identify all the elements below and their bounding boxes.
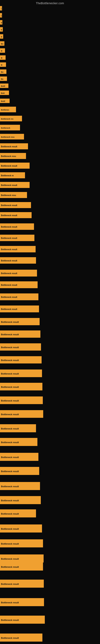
- bar-container: Bottleneck result: [0, 143, 28, 149]
- bar-label: Bottleneck result: [0, 343, 41, 350]
- bar-container: Bottleneck result: [0, 224, 34, 230]
- bar-container: Bottleneck result: [0, 453, 38, 461]
- bar-label: Bottleneck result: [0, 482, 40, 490]
- bar-label: Bottleneck resu: [0, 153, 26, 159]
- bar-container: Bo: [0, 76, 7, 81]
- bar-label: Bo: [0, 76, 7, 81]
- bar-label: B: [0, 62, 6, 67]
- bar-container: Bottleneck result: [0, 270, 37, 276]
- bar-label: Bottleneck result: [0, 330, 40, 338]
- bar-container: E: [0, 27, 3, 32]
- bar-label: Bottleneck re: [0, 172, 25, 178]
- bar-label: Bottleneck result: [0, 562, 43, 570]
- bar-label: Bottleneck result: [0, 539, 43, 548]
- bar-container: Bottleneck result: [0, 438, 37, 446]
- bar-container: Bottleneck result: [0, 370, 42, 377]
- bar-container: Bottleneck result: [0, 294, 38, 300]
- bar-container: Bo: [0, 41, 4, 46]
- bar-label: Bottlenec: [0, 107, 16, 112]
- bar-container: Bottleneck result: [0, 246, 36, 252]
- bar-container: Bottleneck result: [0, 212, 32, 218]
- bar-container: Bottl: [0, 98, 10, 103]
- bar-label: Bottl: [0, 84, 8, 88]
- bar-label: B: [0, 48, 5, 53]
- bar-container: Bottleneck result: [0, 562, 43, 570]
- bar-container: Bottleneck result: [0, 634, 42, 642]
- bar-container: Bottleneck result: [0, 539, 43, 548]
- bar-container: Bottleneck result: [0, 162, 30, 169]
- bar-container: B: [0, 55, 6, 60]
- bar-container: Bottleneck result: [0, 257, 36, 264]
- bar-label: Bottleneck result: [0, 467, 39, 475]
- bar-label: Bottleneck result: [0, 410, 43, 418]
- bar-container: Bottleneck result: [0, 580, 44, 588]
- bar-label: Bottleneck result: [0, 212, 32, 218]
- bar-label: |: [0, 13, 2, 18]
- bar-label: Bottleneck result: [0, 318, 40, 325]
- bar-label: Bo: [0, 70, 6, 74]
- bar-label: Bottleneck result: [0, 143, 28, 149]
- bar-label: Bottleneck result: [0, 370, 42, 377]
- bar-label: E: [0, 27, 3, 32]
- bar-container: Bottl: [0, 84, 8, 88]
- bar-label: Bottleneck result: [0, 257, 36, 264]
- bar-label: E: [0, 34, 3, 39]
- bar-container: Bottleneck resu: [0, 134, 24, 140]
- bar-container: Bottleneck result: [0, 616, 45, 624]
- bar-container: Bottleneck result: [0, 396, 43, 404]
- bar-label: |: [0, 6, 2, 10]
- bar-container: E: [0, 34, 3, 39]
- bar-label: Bottleneck result: [0, 509, 36, 518]
- bar-label: Bottleneck result: [0, 524, 42, 532]
- bar-label: Bottleneck result: [0, 356, 42, 364]
- bar-container: Bottleneck result: [0, 598, 44, 606]
- bar-container: Bottleneck result: [0, 509, 36, 518]
- bar-label: Bottleneck result: [0, 202, 31, 208]
- bar-container: Bottleneck result: [0, 524, 42, 532]
- bar-label: Bottleneck resu: [0, 192, 27, 198]
- bar-container: Bottleneck result: [0, 383, 42, 390]
- bar-label: B: [0, 55, 6, 60]
- bar-container: Bottlenec: [0, 107, 16, 112]
- bar-label: Bott: [0, 90, 9, 95]
- bar-container: Bottleneck result: [0, 424, 36, 432]
- bar-label: Bottleneck result: [0, 182, 30, 188]
- bar-label: Bottleneck result: [0, 554, 44, 562]
- bar-container: Bottleneck result: [0, 554, 44, 562]
- bar-container: Bottleneck result: [0, 356, 42, 364]
- bar-label: Bottleneck resu: [0, 134, 24, 140]
- bar-label: Bottleneck result: [0, 294, 38, 300]
- bar-container: Bottleneck res: [0, 116, 22, 121]
- bar-container: Bottleneck result: [0, 306, 39, 312]
- site-title: TheBottlenecker.com: [0, 0, 100, 6]
- bar-container: Bottleneck result: [0, 467, 39, 475]
- bar-label: Bottleneck result: [0, 424, 36, 432]
- bar-label: Bottleneck result: [0, 438, 37, 446]
- bar-label: E: [0, 20, 2, 24]
- bar-container: Bottleneck re: [0, 172, 25, 178]
- bar-container: Bottleneck resu: [0, 153, 26, 159]
- bar-container: Bottleneck result: [0, 202, 31, 208]
- bar-label: Bottleneck result: [0, 580, 44, 588]
- bar-container: |: [0, 6, 2, 10]
- bar-container: Bottleneck result: [0, 482, 40, 490]
- bar-label: Bottleneck result: [0, 616, 45, 624]
- bar-container: Bottleneck: [0, 125, 20, 130]
- bar-label: Bottleneck result: [0, 281, 38, 288]
- bar-container: B: [0, 62, 6, 67]
- bar-label: Bottleneck res: [0, 116, 22, 121]
- bar-container: B: [0, 48, 5, 53]
- bar-label: Bottleneck result: [0, 496, 41, 504]
- bar-container: Bott: [0, 90, 9, 95]
- bar-label: Bottleneck result: [0, 246, 36, 252]
- bar-container: Bottleneck result: [0, 235, 34, 241]
- bar-label: Bo: [0, 41, 4, 46]
- bar-container: Bottleneck resu: [0, 192, 27, 198]
- bar-container: Bottleneck result: [0, 343, 41, 350]
- bar-label: Bottleneck result: [0, 634, 42, 642]
- chart-area: TheBottlenecker.com ||EEEBoBBBBoBoBottlB…: [0, 0, 100, 644]
- bar-container: |: [0, 13, 2, 18]
- bar-container: Bottleneck result: [0, 496, 41, 504]
- bar-container: Bottleneck result: [0, 318, 40, 325]
- bar-label: Bottleneck result: [0, 270, 37, 276]
